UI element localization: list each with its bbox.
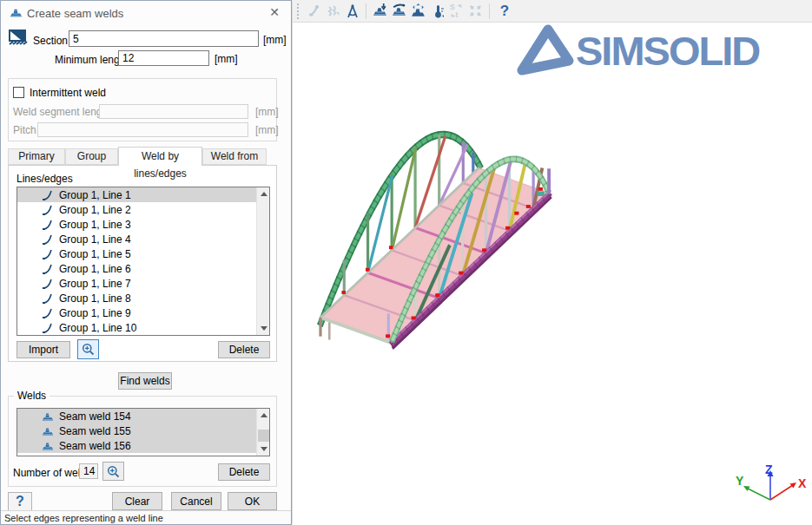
- seam-weld-icon: [42, 425, 54, 437]
- toolbar-separator: [366, 3, 366, 19]
- minimum-length-input[interactable]: [118, 50, 209, 66]
- pitch-input: [37, 122, 248, 137]
- magnifier-icon: [107, 465, 120, 478]
- lines-edges-list[interactable]: Group 1, Line 1 Group 1, Line 2 Group 1,…: [17, 187, 270, 336]
- dialog-title: Create seam welds: [27, 7, 123, 20]
- pitch-label: Pitch: [13, 124, 36, 136]
- list-item[interactable]: Seam weld 154: [17, 409, 269, 423]
- list-item[interactable]: Group 1, Line 9: [17, 305, 269, 320]
- status-bar: Select edges representing a weld line: [1, 510, 291, 524]
- list-item[interactable]: Group 1, Line 6: [17, 261, 269, 276]
- bridge-model[interactable]: [291, 104, 812, 460]
- tab-primary-weld[interactable]: Primary weld: [8, 148, 65, 165]
- intermittent-label: Intermittent weld: [30, 87, 106, 99]
- line-icon: [42, 322, 54, 334]
- measure-compass-icon[interactable]: [343, 2, 361, 20]
- seam-weld-icon: [10, 6, 23, 19]
- 3d-viewport[interactable]: St ? SIMSOLID: [293, 0, 812, 525]
- axis-y-label: Y: [736, 474, 744, 488]
- pick-weld-tool-icon-disabled: [305, 2, 323, 20]
- pitch-unit: [mm]: [255, 124, 279, 136]
- thermal-weld-icon[interactable]: [428, 2, 446, 20]
- scrollbar-thumb[interactable]: [258, 430, 269, 442]
- line-icon: [42, 278, 54, 290]
- import-welds-icon[interactable]: [371, 2, 389, 20]
- line-icon: [42, 248, 54, 260]
- welds-list[interactable]: Seam weld 154 Seam weld 155 Seam weld 15…: [17, 408, 270, 456]
- segment-length-label: Weld segment length: [13, 106, 111, 118]
- welds-delete-button[interactable]: Delete: [218, 463, 270, 481]
- lines-list-scrollbar[interactable]: [256, 187, 269, 335]
- section-size-icon: [8, 29, 29, 49]
- axis-z-label: Z: [765, 463, 773, 476]
- help-button[interactable]: ?: [8, 492, 32, 511]
- list-item[interactable]: Group 1, Line 4: [17, 232, 269, 246]
- lines-edges-label: Lines/edges: [17, 173, 73, 185]
- seam-weld-by-line-icon[interactable]: [390, 2, 408, 20]
- axis-triad: Z X Y: [734, 462, 812, 522]
- scroll-up-icon[interactable]: [257, 409, 270, 422]
- scroll-down-icon[interactable]: [257, 322, 270, 335]
- find-welds-button[interactable]: Find welds: [118, 372, 172, 390]
- list-item[interactable]: Group 1, Line 1: [17, 187, 269, 202]
- tab-weld-from-solid[interactable]: Weld from solid: [202, 148, 267, 165]
- zoom-to-selection-button[interactable]: [77, 339, 99, 359]
- line-icon: [42, 204, 54, 216]
- welds-group-label: Welds: [14, 390, 50, 402]
- segment-length-input: [99, 104, 248, 119]
- seam-weld-icon: [42, 440, 54, 452]
- collapse-arrows-icon-disabled: [466, 2, 485, 20]
- intermittent-checkbox[interactable]: [13, 87, 24, 98]
- import-button[interactable]: Import: [17, 341, 70, 358]
- line-icon: [42, 307, 54, 319]
- cancel-button[interactable]: Cancel: [171, 492, 221, 510]
- seam-weld-icon: [42, 410, 54, 423]
- spring-tool-icon-disabled: [324, 2, 342, 20]
- svg-text:t: t: [455, 10, 458, 19]
- scroll-down-icon[interactable]: [257, 443, 270, 456]
- line-icon: [42, 219, 54, 231]
- line-icon: [42, 263, 54, 275]
- list-item[interactable]: Seam weld 155: [17, 423, 269, 438]
- create-seam-welds-dialog: Create seam welds ✕ Section size [mm] Mi…: [0, 0, 292, 525]
- list-item[interactable]: Group 1, Line 5: [17, 246, 269, 261]
- clear-button[interactable]: Clear: [112, 492, 162, 510]
- simsolid-logo: SIMSOLID: [517, 23, 759, 77]
- spot-to-seam-icon-disabled: St: [447, 2, 465, 20]
- minimum-length-label: Minimum length: [55, 54, 129, 66]
- lines-delete-button[interactable]: Delete: [218, 341, 270, 358]
- list-item[interactable]: Group 1, Line 10: [17, 320, 269, 335]
- simsolid-logo-text: SIMSOLID: [576, 27, 759, 75]
- close-icon[interactable]: ✕: [267, 5, 282, 19]
- minimum-length-unit: [mm]: [215, 53, 238, 65]
- segment-length-unit: [mm]: [255, 106, 279, 118]
- line-icon: [42, 233, 54, 246]
- section-size-unit: [mm]: [263, 34, 287, 46]
- number-of-welds-value: 14: [79, 463, 98, 479]
- list-item[interactable]: Group 1, Line 2: [17, 202, 269, 217]
- list-item[interactable]: Group 1, Line 8: [17, 291, 269, 305]
- toolbar-grip[interactable]: [297, 3, 301, 19]
- list-item[interactable]: Seam weld 156: [17, 438, 269, 453]
- svg-text:S: S: [450, 3, 455, 11]
- welds-list-scrollbar[interactable]: [256, 409, 269, 456]
- ok-button[interactable]: OK: [228, 492, 277, 510]
- scroll-up-icon[interactable]: [257, 187, 270, 200]
- list-item[interactable]: Group 1, Line 3: [17, 217, 269, 232]
- toolbar-help-icon[interactable]: ?: [494, 3, 515, 20]
- line-icon: [42, 189, 54, 201]
- axis-x-label: X: [798, 476, 807, 490]
- magnifier-icon: [82, 343, 95, 356]
- simsolid-triangle-icon: [517, 23, 574, 77]
- zoom-to-welds-button[interactable]: [102, 462, 124, 481]
- tab-group-weld[interactable]: Group weld: [65, 148, 118, 165]
- tab-weld-by-lines-edges[interactable]: Weld by lines/edges: [118, 147, 202, 166]
- section-size-input[interactable]: [69, 30, 259, 47]
- move-weld-icon[interactable]: [409, 2, 427, 20]
- list-item[interactable]: Group 1, Line 7: [17, 276, 269, 291]
- line-icon: [42, 292, 54, 305]
- toolbar: St ?: [293, 0, 812, 23]
- dialog-titlebar[interactable]: Create seam welds ✕: [1, 1, 291, 24]
- toolbar-separator: [489, 3, 490, 19]
